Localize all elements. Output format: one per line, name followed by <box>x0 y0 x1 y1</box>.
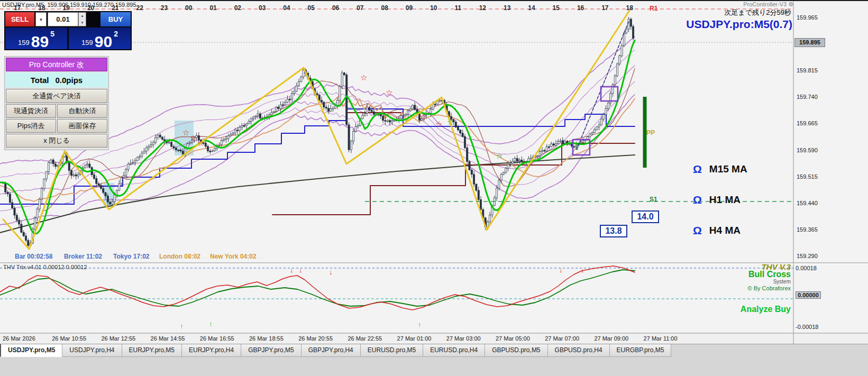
chart-tab[interactable]: EURUSD.pro,M5 <box>361 344 423 357</box>
star-marker: ☆ <box>190 134 197 142</box>
volume-input[interactable]: 0.01 <box>48 12 78 26</box>
top-hour-label: 07 <box>357 4 363 12</box>
total-value: 0.0pips <box>56 76 83 85</box>
pro-controller-title: Pro Controller 改 <box>6 58 107 71</box>
buy-arrow-icon: ↑ <box>209 320 213 327</box>
time-axis-label: 26 Mar 2026 <box>3 335 35 342</box>
price-chart-canvas[interactable] <box>0 0 868 376</box>
top-hour-label: 03 <box>259 4 266 12</box>
chart-tab[interactable]: EURUSD.pro,H4 <box>423 344 485 357</box>
tab-row: USDJPY.pro,M5USDJPY.pro,H4EURJPY.pro,M5E… <box>0 344 868 357</box>
top-hour-label: 09 <box>406 4 413 12</box>
top-hour-label: 12 <box>479 4 486 12</box>
spinner-down-icon: ▼ <box>81 21 84 24</box>
close-panel-button[interactable]: x 閉じる <box>6 134 107 148</box>
chart-tab[interactable]: USDJPY.pro,M5 <box>0 344 62 357</box>
price-tick: 159.515 <box>797 173 818 180</box>
time-axis-label: 26 Mar 12:55 <box>101 335 135 342</box>
sell-button[interactable]: SELL <box>5 12 34 26</box>
pips-stat-box: 13.8 <box>600 225 627 237</box>
procontroller-version-label: ProController-V3 <box>743 1 787 7</box>
top-hour-label: 17 <box>601 4 608 12</box>
ma-legend-label: M15 MA <box>709 163 747 175</box>
ma-legend-item[interactable]: ΩM15 MA <box>693 163 747 176</box>
time-axis-label: 27 Mar 07:00 <box>545 335 579 342</box>
star-marker: ☆ <box>197 139 204 147</box>
top-hour-label: 18 <box>626 4 633 12</box>
time-axis-label: 27 Mar 11:00 <box>644 335 678 342</box>
close-all-pairs-button[interactable]: 全通貨ペア決済 <box>6 89 107 103</box>
price-tick: 159.590 <box>797 147 818 153</box>
close-current-pair-button[interactable]: 現通貨決済 <box>6 104 56 118</box>
top-hour-label: 01 <box>209 4 216 12</box>
copyright-label: © By Cobraforex <box>748 285 791 291</box>
ma-legend-label: H1 MA <box>709 194 741 206</box>
chart-tab-bar: USDJPY.pro,M5USDJPY.pro,H4EURJPY.pro,M5E… <box>0 344 868 376</box>
top-hour-label: 11 <box>454 4 461 12</box>
ma-legend-label: H4 MA <box>709 225 741 236</box>
symbol-timeframe-label: USDJPY.pro:M5(0.7) <box>686 18 792 31</box>
gear-icon[interactable]: ⚙ <box>788 1 793 7</box>
star-marker: ☆ <box>360 74 367 81</box>
buy-arrow-icon: ↑ <box>180 323 184 329</box>
sell-arrow-icon: ↓ <box>329 269 333 276</box>
chart-tab[interactable]: GBPUSD.pro,H4 <box>548 344 610 357</box>
price-tick: 159.665 <box>797 120 818 126</box>
price-tick: 159.290 <box>797 253 818 259</box>
top-hour-label: 08 <box>381 4 388 12</box>
top-hour-label: 23 <box>161 4 168 12</box>
total-pips-display: Total 0.0pips <box>6 72 107 87</box>
spinner-up-icon: ▲ <box>81 14 84 17</box>
chart-tab[interactable]: GBPUSD.pro,M5 <box>485 344 547 357</box>
chart-tab[interactable]: USDJPY.pro,H4 <box>62 344 122 357</box>
top-hour-label: 00 <box>185 4 192 12</box>
ma-legend-item[interactable]: ΩH1 MA <box>693 194 741 206</box>
indicator-title: THV Trix v4.01 0.00012 0.00012 <box>3 264 87 270</box>
chart-tab[interactable]: GBPJPY.pro,H4 <box>301 344 361 357</box>
session-label: New York 04:02 <box>210 253 257 260</box>
top-hour-label: 02 <box>234 4 241 12</box>
price-tick: 159.365 <box>797 226 818 233</box>
time-axis-label: 27 Mar 01:00 <box>397 335 432 342</box>
time-axis-label: 26 Mar 16:55 <box>200 335 234 342</box>
top-hour-label: 04 <box>283 4 290 12</box>
star-marker: ☆ <box>496 152 502 160</box>
session-label: London 08:02 <box>159 253 200 260</box>
screenshot-button[interactable]: 画面保存 <box>57 119 107 133</box>
chart-tab[interactable]: GBPJPY.pro,M5 <box>241 344 301 357</box>
ma-icon: Ω <box>693 224 702 237</box>
chart-tab[interactable]: EURJPY.pro,H4 <box>182 344 241 357</box>
ma-legend-item[interactable]: ΩH4 MA <box>693 224 741 237</box>
buy-price-big: 90 <box>95 34 112 50</box>
top-hour-label: 14 <box>528 4 535 12</box>
time-axis-label: 26 Mar 10:55 <box>52 335 86 342</box>
chart-tab[interactable]: EURJPY.pro,M5 <box>122 344 182 357</box>
buy-button[interactable]: BUY <box>100 12 131 26</box>
top-hour-label: 13 <box>504 4 510 12</box>
procontroller-version: ProController-V3 ⚙ <box>743 1 793 8</box>
volume-dropdown[interactable]: ▼ <box>35 12 47 26</box>
chart-ohlc-title: USDJPY.pro,M5 159.906 159.910 159.270 15… <box>2 2 136 8</box>
top-hour-label: 05 <box>308 4 315 12</box>
analyze-signal-label: Analyze Buy <box>741 305 791 314</box>
indicator-scale-label: -0.00018 <box>796 324 818 330</box>
volume-stepper[interactable]: ▲ ▼ <box>78 12 86 26</box>
auto-close-button[interactable]: 自動決済 <box>57 104 107 118</box>
star-marker: ☆ <box>182 129 189 136</box>
pips-clear-button[interactable]: Pips消去 <box>6 119 56 133</box>
time-axis-label: 26 Mar 18:55 <box>249 335 284 342</box>
sell-arrow-icon: ↓ <box>581 267 584 273</box>
star-marker: ☆ <box>447 118 454 126</box>
time-axis-label: 27 Mar 09:00 <box>594 335 628 342</box>
pro-controller-panel: Pro Controller 改 Total 0.0pips 全通貨ペア決済 現… <box>4 56 109 150</box>
sell-price-display[interactable]: 159 89 5 <box>5 27 67 49</box>
time-axis-label: 27 Mar 05:00 <box>496 335 530 342</box>
session-label: Bar 00:02:58 <box>15 253 52 260</box>
chart-tab[interactable]: EURGBP.pro,M5 <box>610 344 672 357</box>
price-tick: 159.440 <box>797 200 818 206</box>
buy-price-display[interactable]: 159 90 2 <box>69 27 131 49</box>
time-axis-label: 26 Mar 14:55 <box>151 335 185 342</box>
sell-arrow-icon: ↓ <box>290 267 294 273</box>
indicator-scale-label: 0.00000 <box>796 291 821 299</box>
indicator-scale-label: 0.00018 <box>796 265 817 271</box>
